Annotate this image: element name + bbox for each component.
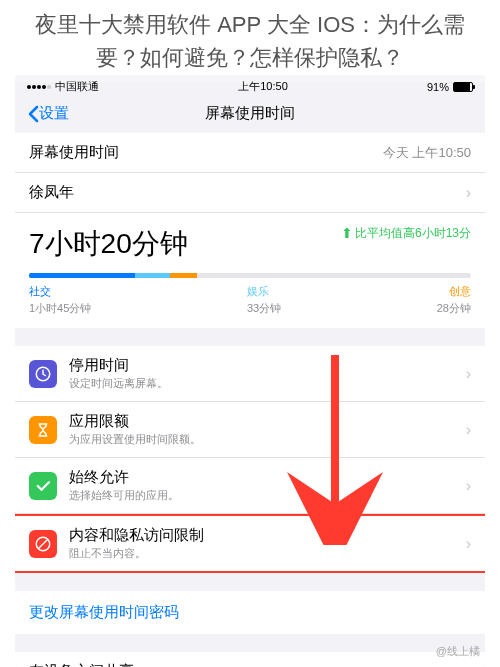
share-across-devices-row[interactable]: 在设备之间共享 — [15, 652, 485, 667]
hourglass-icon — [29, 416, 57, 444]
setting-title: 停用时间 — [69, 356, 466, 375]
setting-sub: 为应用设置使用时间限额。 — [69, 432, 466, 447]
page-title: 屏幕使用时间 — [205, 104, 295, 123]
cat-creative-value: 28分钟 — [437, 301, 471, 316]
setting-content-privacy[interactable]: 内容和隐私访问限制 阻止不当内容。 › — [15, 514, 485, 573]
watermark: @线上橘 — [436, 644, 480, 659]
link-label: 更改屏幕使用时间密码 — [29, 603, 179, 620]
checkmark-icon — [29, 472, 57, 500]
summary-value: 今天 上午10:50 — [383, 144, 471, 162]
setting-sub: 阻止不当内容。 — [69, 546, 466, 561]
chevron-left-icon — [27, 105, 39, 123]
arrow-up-icon: ⬆ — [341, 225, 353, 241]
phone-screenshot: 中国联通 上午10:50 91% 设置 屏幕使用时间 屏幕使用时间 今天 上午1… — [15, 75, 485, 667]
usage-delta: ⬆ 比平均值高6小时13分 — [341, 225, 471, 242]
navigation-bar: 设置 屏幕使用时间 — [15, 98, 485, 133]
signal-icon — [27, 85, 51, 89]
chevron-right-icon: › — [466, 365, 471, 383]
battery-icon — [453, 82, 473, 92]
back-label: 设置 — [39, 104, 69, 123]
setting-sub: 设定时间远离屏幕。 — [69, 376, 466, 391]
screen-time-summary-row[interactable]: 屏幕使用时间 今天 上午10:50 — [15, 133, 485, 173]
chevron-right-icon: › — [466, 421, 471, 439]
back-button[interactable]: 设置 — [27, 104, 69, 123]
cat-creative-label: 创意 — [437, 284, 471, 299]
setting-always-allowed[interactable]: 始终允许 选择始终可用的应用。 › — [15, 458, 485, 514]
share-label: 在设备之间共享 — [29, 662, 134, 667]
user-name: 徐凤年 — [29, 183, 74, 202]
setting-title: 内容和隐私访问限制 — [69, 526, 466, 545]
cat-ent-label: 娱乐 — [247, 284, 281, 299]
svg-line-2 — [39, 539, 48, 548]
user-row[interactable]: 徐凤年 › — [15, 173, 485, 213]
chevron-right-icon: › — [466, 477, 471, 495]
total-usage-time: 7小时20分钟 — [29, 225, 188, 263]
chevron-right-icon: › — [466, 535, 471, 553]
cat-social-label: 社交 — [29, 284, 91, 299]
setting-title: 应用限额 — [69, 412, 466, 431]
downtime-icon — [29, 360, 57, 388]
usage-card[interactable]: 7小时20分钟 ⬆ 比平均值高6小时13分 社交 1小时45分钟 娱乐 33分钟… — [15, 213, 485, 328]
usage-bar — [29, 273, 471, 278]
setting-downtime[interactable]: 停用时间 设定时间远离屏幕。 › — [15, 346, 485, 402]
no-entry-icon — [29, 530, 57, 558]
setting-title: 始终允许 — [69, 468, 466, 487]
cat-social-value: 1小时45分钟 — [29, 301, 91, 316]
chevron-right-icon: › — [466, 184, 471, 202]
summary-label: 屏幕使用时间 — [29, 143, 119, 162]
usage-categories: 社交 1小时45分钟 娱乐 33分钟 创意 28分钟 — [29, 284, 471, 316]
battery-pct: 91% — [427, 81, 449, 93]
setting-sub: 选择始终可用的应用。 — [69, 488, 466, 503]
setting-app-limits[interactable]: 应用限额 为应用设置使用时间限额。 › — [15, 402, 485, 458]
change-passcode-link[interactable]: 更改屏幕使用时间密码 — [15, 591, 485, 634]
cat-ent-value: 33分钟 — [247, 301, 281, 316]
article-title-overlay: 夜里十大禁用软件 APP 大全 IOS：为什么需要？如何避免？怎样保护隐私？ — [0, 0, 500, 82]
